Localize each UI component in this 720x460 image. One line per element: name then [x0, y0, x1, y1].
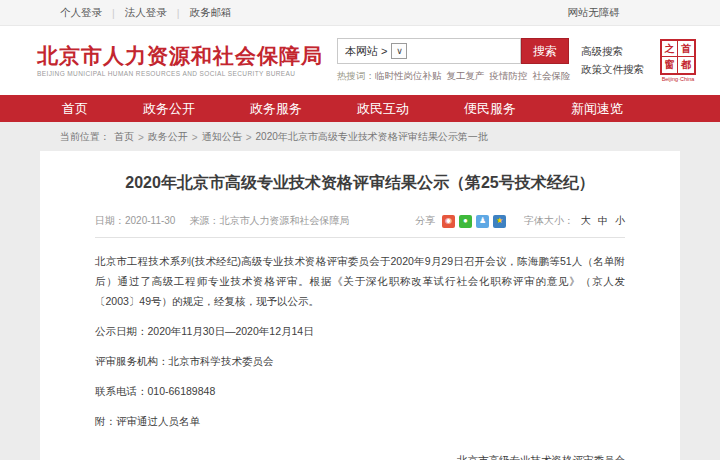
chevron-down-icon: ∨	[396, 46, 403, 56]
breadcrumb-current: 2020年北京市高级专业技术资格评审结果公示第一批	[256, 130, 488, 144]
font-size-medium-button[interactable]: 中	[598, 214, 608, 228]
breadcrumb-separator: >	[192, 132, 198, 143]
share-label: 分享	[415, 214, 435, 228]
hot-word-link[interactable]: 疫情防控	[490, 70, 528, 81]
advanced-search-link[interactable]: 高级搜索	[581, 43, 644, 61]
policy-doc-search-link[interactable]: 政策文件搜索	[581, 61, 644, 79]
topbar-separator: |	[177, 7, 180, 19]
seal-icon: 之 首 窗 都	[660, 39, 696, 75]
breadcrumb-separator: >	[138, 132, 144, 143]
font-size-small-button[interactable]: 小	[615, 214, 625, 228]
personal-login-link[interactable]: 个人登录	[60, 6, 102, 20]
breadcrumb-separator: >	[246, 132, 252, 143]
nav-item-gov-services[interactable]: 政务服务	[250, 100, 302, 118]
hot-words-label: 热搜词：	[337, 70, 375, 81]
article-source: 来源：北京市人力资源和社会保障局	[189, 214, 349, 228]
nav-item-home[interactable]: 首页	[62, 100, 88, 118]
nav-item-convenience[interactable]: 便民服务	[464, 100, 516, 118]
article-meta-row: 日期：2020-11-30 来源：北京市人力资源和社会保障局 分享 ◉ ● ♟ …	[95, 214, 625, 238]
qzone-share-icon[interactable]: ★	[493, 215, 506, 228]
hot-word-link[interactable]: 复工复产	[447, 70, 485, 81]
attachment-note: 附：评审通过人员名单	[95, 412, 625, 432]
site-title: 北京市人力资源和社会保障局	[37, 44, 323, 67]
article-card: 2020年北京市高级专业技术资格评审结果公示（第25号技术经纪） 日期：2020…	[40, 151, 680, 460]
gov-mailbox-link[interactable]: 政务邮箱	[189, 6, 231, 20]
search-scope-dropdown[interactable]: ∨	[391, 43, 407, 59]
article-paragraph: 公示日期：2020年11月30日—2020年12月14日	[95, 322, 625, 342]
breadcrumb-notices[interactable]: 通知公告	[202, 130, 242, 144]
breadcrumb-gov-info[interactable]: 政务公开	[148, 130, 188, 144]
search-scope-label: 本网站 >	[345, 44, 387, 59]
breadcrumb-label: 当前位置：	[60, 130, 110, 144]
top-utility-bar: 个人登录 | 法人登录 | 政务邮箱 网站无障碍	[0, 0, 720, 26]
article-date: 日期：2020-11-30	[95, 214, 175, 228]
article-body: 北京市工程技术系列(技术经纪)高级专业技术资格评审委员会于2020年9月29日召…	[95, 252, 625, 460]
capital-window-logo[interactable]: 之 首 窗 都 Beijing·China	[660, 39, 696, 82]
search-input[interactable]: 本网站 > ∨	[337, 38, 521, 64]
article-title: 2020年北京市高级专业技术资格评审结果公示（第25号技术经纪）	[95, 173, 625, 194]
article-paragraph: 评审服务机构：北京市科学技术委员会	[95, 352, 625, 372]
page-background: 当前位置： 首页 > 政务公开 > 通知公告 > 2020年北京市高级专业技术资…	[0, 122, 720, 460]
site-title-english: BEIJING MUNICIPAL HUMAN RESOURCES AND SO…	[37, 70, 323, 77]
nav-item-gov-info[interactable]: 政务公开	[143, 100, 195, 118]
breadcrumb-home[interactable]: 首页	[114, 130, 134, 144]
font-size-label: 字体大小：	[524, 214, 574, 228]
qq-share-icon[interactable]: ♟	[476, 215, 489, 228]
seal-caption: Beijing·China	[660, 76, 696, 82]
site-logo[interactable]: 北京市人力资源和社会保障局 BEIJING MUNICIPAL HUMAN RE…	[37, 44, 323, 77]
search-button[interactable]: 搜索	[521, 38, 569, 64]
hot-word-link[interactable]: 临时性岗位补贴	[375, 70, 442, 81]
search-block: 本网站 > ∨ 搜索 热搜词：临时性岗位补贴复工复产疫情防控社会保险	[337, 38, 569, 83]
article-paragraph: 北京市工程技术系列(技术经纪)高级专业技术资格评审委员会于2020年9月29日召…	[95, 252, 625, 312]
accessibility-link[interactable]: 网站无障碍	[568, 6, 621, 20]
font-size-large-button[interactable]: 大	[581, 214, 591, 228]
weibo-share-icon[interactable]: ◉	[442, 215, 455, 228]
breadcrumb: 当前位置： 首页 > 政务公开 > 通知公告 > 2020年北京市高级专业技术资…	[0, 122, 720, 151]
hot-search-words: 热搜词：临时性岗位补贴复工复产疫情防控社会保险	[337, 70, 569, 83]
article-paragraph: 联系电话：010-66189848	[95, 382, 625, 402]
seal-char: 都	[678, 57, 694, 73]
seal-char: 之	[662, 41, 678, 57]
hot-word-link[interactable]: 社会保险	[533, 70, 571, 81]
nav-item-news[interactable]: 新闻速览	[571, 100, 623, 118]
topbar-separator: |	[112, 7, 115, 19]
nav-item-interaction[interactable]: 政民互动	[357, 100, 409, 118]
site-header: 北京市人力资源和社会保障局 BEIJING MUNICIPAL HUMAN RE…	[0, 26, 720, 95]
seal-char: 首	[678, 41, 694, 57]
wechat-share-icon[interactable]: ●	[459, 215, 472, 228]
main-nav: 首页 政务公开 政务服务 政民互动 便民服务 新闻速览	[0, 95, 720, 122]
search-quick-links: 高级搜索 政策文件搜索	[581, 43, 644, 79]
corporate-login-link[interactable]: 法人登录	[125, 6, 167, 20]
seal-char: 窗	[662, 57, 678, 73]
signature-org: 北京市高级专业技术资格评审委员会	[95, 454, 625, 460]
